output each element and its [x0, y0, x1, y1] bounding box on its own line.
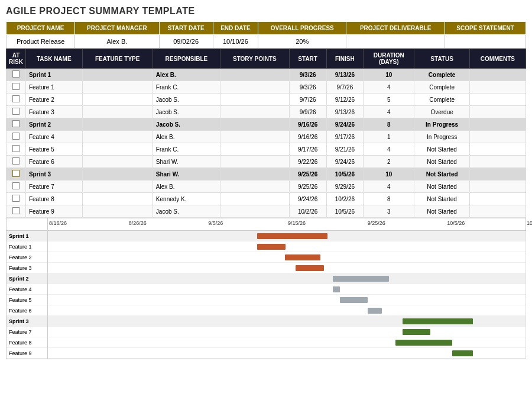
start-cell: 9/7/26	[289, 94, 326, 106]
duration-cell: 8	[364, 193, 414, 205]
status-cell: Complete	[414, 69, 469, 81]
gantt-row	[48, 305, 525, 316]
finish-cell: 10/5/26	[326, 168, 364, 181]
responsible-cell: Alex B.	[153, 181, 220, 193]
task-name-cell: Feature 9	[25, 205, 82, 218]
at-risk-cell[interactable]	[7, 94, 26, 106]
table-row: Feature 4 Alex B. 9/16/26 9/17/26 1 In P…	[7, 131, 526, 143]
comments-cell	[469, 106, 525, 118]
duration-cell: 5	[364, 94, 414, 106]
status-cell: Overdue	[414, 106, 469, 118]
start-cell: 9/16/26	[289, 131, 326, 143]
gantt-row-label: Feature 5	[7, 295, 47, 305]
story-points-cell	[220, 81, 289, 94]
status-cell: Complete	[414, 94, 469, 106]
at-risk-cell[interactable]	[7, 81, 26, 94]
gantt-row	[48, 241, 525, 252]
gantt-row	[48, 295, 525, 305]
duration-cell: 3	[364, 205, 414, 218]
at-risk-cell[interactable]	[7, 181, 26, 193]
gantt-bar	[296, 265, 324, 271]
story-points-cell	[220, 69, 289, 81]
feature-type-cell	[82, 143, 153, 156]
gantt-date-label: 8/26/26	[128, 218, 148, 228]
gantt-bar	[403, 318, 473, 324]
story-points-cell	[220, 118, 289, 131]
gantt-row	[48, 327, 525, 337]
at-risk-cell[interactable]	[7, 106, 26, 118]
start-cell: 9/17/26	[289, 143, 326, 156]
table-row: Feature 5 Frank C. 9/17/26 9/21/26 4 Not…	[7, 143, 526, 156]
feature-type-cell	[82, 69, 153, 81]
gantt-bar	[285, 254, 320, 260]
at-risk-cell[interactable]	[7, 118, 26, 131]
comments-cell	[469, 131, 525, 143]
duration-cell: 4	[364, 181, 414, 193]
story-points-cell	[220, 106, 289, 118]
at-risk-cell[interactable]	[7, 193, 26, 205]
at-risk-cell[interactable]	[7, 168, 26, 181]
gantt-date-label: 8/16/26	[48, 218, 68, 228]
col-start: START DATE	[159, 22, 213, 35]
story-points-cell	[220, 168, 289, 181]
gantt-row-label: Feature 8	[7, 337, 47, 348]
finish-cell: 9/13/26	[326, 106, 364, 118]
page-title: AGILE PROJECT SUMMARY TEMPLATE	[6, 6, 526, 17]
task-name-cell: Feature 5	[25, 143, 82, 156]
feature-type-cell	[82, 131, 153, 143]
th-task-name: TASK NAME	[25, 49, 82, 69]
comments-cell	[469, 193, 525, 205]
table-row: Feature 1 Frank C. 9/3/26 9/7/26 4 Compl…	[7, 81, 526, 94]
table-row: Feature 7 Alex B. 9/25/26 9/29/26 4 Not …	[7, 181, 526, 193]
task-name-cell: Sprint 2	[25, 118, 82, 131]
comments-cell	[469, 143, 525, 156]
gantt-row-label: Sprint 3	[7, 316, 47, 327]
status-cell: In Progress	[414, 118, 469, 131]
start-date-value: 09/02/26	[159, 35, 213, 49]
table-row: Sprint 1 Alex B. 9/3/26 9/13/26 10 Compl…	[7, 69, 526, 81]
status-cell: Complete	[414, 81, 469, 94]
task-name-cell: Sprint 1	[25, 69, 82, 81]
feature-type-cell	[82, 118, 153, 131]
at-risk-cell[interactable]	[7, 156, 26, 168]
gantt-body: Sprint 1Feature 1Feature 2Feature 3Sprin…	[7, 231, 525, 359]
responsible-cell: Shari W.	[153, 168, 220, 181]
story-points-cell	[220, 143, 289, 156]
responsible-cell: Frank C.	[153, 81, 220, 94]
status-cell: Not Started	[414, 181, 469, 193]
th-story-points: STORY POINTS	[220, 49, 289, 69]
task-name-cell: Feature 3	[25, 106, 82, 118]
gantt-bar	[403, 329, 431, 335]
project-name-value: Product Release	[7, 35, 75, 49]
table-row: Feature 6 Shari W. 9/22/26 9/24/26 2 Not…	[7, 156, 526, 168]
status-cell: Not Started	[414, 168, 469, 181]
gantt-row	[48, 273, 525, 284]
table-row: Feature 8 Kennedy K. 9/24/26 10/2/26 8 N…	[7, 193, 526, 205]
at-risk-cell[interactable]	[7, 131, 26, 143]
table-row: Sprint 3 Shari W. 9/25/26 10/5/26 10 Not…	[7, 168, 526, 181]
status-cell: Not Started	[414, 143, 469, 156]
story-points-cell	[220, 193, 289, 205]
gantt-row	[48, 316, 525, 327]
col-progress: OVERALL PROGRESS	[258, 22, 346, 35]
gantt-row-label: Sprint 1	[7, 231, 47, 241]
table-row: Feature 9 Jacob S. 10/2/26 10/5/26 3 Not…	[7, 205, 526, 218]
finish-cell: 10/2/26	[326, 193, 364, 205]
at-risk-cell[interactable]	[7, 143, 26, 156]
task-name-cell: Feature 7	[25, 181, 82, 193]
feature-type-cell	[82, 94, 153, 106]
duration-cell: 4	[364, 106, 414, 118]
comments-cell	[469, 69, 525, 81]
duration-cell: 1	[364, 131, 414, 143]
table-row: Feature 2 Jacob S. 9/7/26 9/12/26 5 Comp…	[7, 94, 526, 106]
feature-type-cell	[82, 193, 153, 205]
gantt-bar	[257, 244, 286, 250]
gantt-row-label: Feature 4	[7, 284, 47, 295]
story-points-cell	[220, 94, 289, 106]
col-project-name: PROJECT NAME	[7, 22, 75, 35]
at-risk-cell[interactable]	[7, 205, 26, 218]
at-risk-cell[interactable]	[7, 69, 26, 81]
gantt-row-label: Feature 9	[7, 348, 47, 359]
gantt-bar	[333, 286, 340, 292]
task-name-cell: Feature 4	[25, 131, 82, 143]
